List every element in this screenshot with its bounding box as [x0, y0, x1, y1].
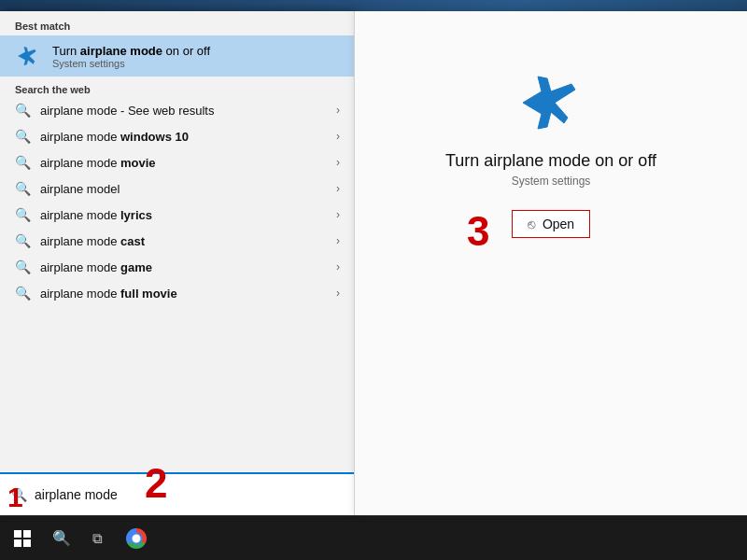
step-2-annotation: 2 [145, 463, 167, 504]
search-icon: 🔍 [52, 529, 71, 547]
airplane-mode-icon [15, 43, 41, 69]
search-results: Best match Turn airplane mode on or off … [0, 11, 355, 472]
search-item-text: airplane mode cast [40, 234, 336, 248]
search-item-text: airplane mode game [40, 260, 336, 274]
chevron-right-icon: › [336, 260, 340, 273]
search-icon: 🔍 [15, 129, 31, 144]
search-input[interactable] [35, 487, 344, 502]
search-icon: 🔍 [15, 181, 31, 196]
list-item[interactable]: 🔍 airplane mode - See web results › [0, 97, 355, 123]
search-icon: 🔍 [15, 259, 31, 274]
search-icon: 🔍 [15, 155, 31, 170]
task-view-icon: ⧉ [92, 530, 103, 547]
chevron-right-icon: › [336, 156, 340, 169]
list-item[interactable]: 🔍 airplane mode full movie › [0, 280, 355, 306]
start-button[interactable] [0, 516, 45, 561]
chrome-icon [126, 528, 147, 549]
list-item[interactable]: 🔍 airplane mode cast › [0, 228, 355, 254]
open-button-label: Open [543, 217, 574, 231]
step-3-annotation: 3 [467, 211, 489, 252]
search-item-text: airplane mode windows 10 [40, 130, 336, 144]
list-item[interactable]: 🔍 airplane model › [0, 175, 355, 202]
best-match-label: Best match [0, 11, 355, 35]
right-panel: Turn airplane mode on or off System sett… [355, 11, 747, 515]
windows-icon [14, 530, 31, 547]
chevron-right-icon: › [336, 234, 340, 247]
search-icon: 🔍 [15, 286, 31, 301]
list-item[interactable]: 🔍 airplane mode lyrics › [0, 202, 355, 228]
panel-divider [354, 11, 355, 515]
search-item-text: airplane model [40, 182, 336, 196]
open-button[interactable]: ⎋ Open [512, 210, 590, 238]
chevron-right-icon: › [336, 104, 340, 117]
chrome-taskbar-button[interactable] [116, 516, 157, 561]
taskbar: 🔍 ⧉ [0, 515, 747, 560]
right-panel-subtitle: System settings [512, 175, 591, 188]
airplane-mode-large-icon [514, 67, 588, 136]
search-icon: 🔍 [15, 233, 31, 248]
search-item-text: airplane mode - See web results [40, 104, 336, 118]
best-match-item[interactable]: Turn airplane mode on or off System sett… [0, 35, 355, 77]
search-icon: 🔍 [15, 207, 31, 222]
web-section-label: Search the web [0, 77, 355, 97]
search-bar: 🔍 [0, 472, 355, 515]
desktop: Best match Turn airplane mode on or off … [0, 0, 747, 560]
step-1-annotation: 1 [7, 483, 23, 511]
search-item-text: airplane mode full movie [40, 287, 336, 301]
best-match-subtitle: System settings [52, 58, 210, 69]
task-view-button[interactable]: ⧉ [78, 516, 116, 561]
right-panel-title: Turn airplane mode on or off [445, 151, 656, 171]
chevron-right-icon: › [336, 208, 340, 221]
search-icon: 🔍 [15, 103, 31, 118]
list-item[interactable]: 🔍 airplane mode movie › [0, 149, 355, 175]
search-item-text: airplane mode movie [40, 156, 336, 170]
list-item[interactable]: 🔍 airplane mode windows 10 › [0, 123, 355, 149]
best-match-title: Turn airplane mode on or off [52, 44, 210, 58]
open-external-icon: ⎋ [528, 217, 535, 231]
chevron-right-icon: › [336, 130, 340, 143]
chevron-right-icon: › [336, 182, 340, 195]
chevron-right-icon: › [336, 287, 340, 300]
list-item[interactable]: 🔍 airplane mode game › [0, 254, 355, 280]
taskbar-search-icon[interactable]: 🔍 [45, 516, 78, 561]
best-match-text: Turn airplane mode on or off System sett… [52, 44, 210, 69]
start-menu: Best match Turn airplane mode on or off … [0, 11, 355, 515]
search-item-text: airplane mode lyrics [40, 208, 336, 222]
